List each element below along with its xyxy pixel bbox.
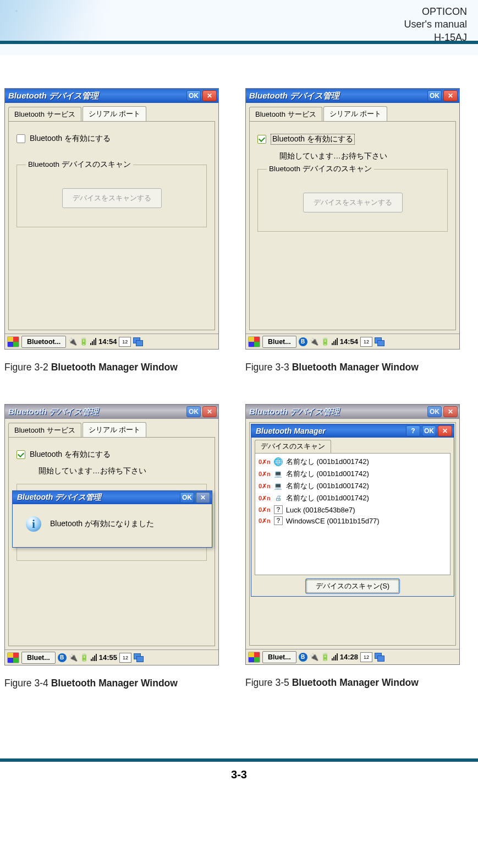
ok-button[interactable]: OK	[427, 90, 442, 101]
sip-button[interactable]: 12	[119, 653, 131, 663]
scan-again-label: デバイスのスキャン(S)	[316, 582, 389, 590]
titlebar-disabled: Bluetooth デバイス管理 OK ✕	[246, 405, 459, 419]
sip-button[interactable]: 12	[119, 337, 131, 347]
taskbar-app-button[interactable]: Bluetoot...	[21, 336, 66, 348]
scan-devices-button[interactable]: デバイスをスキャンする	[303, 193, 403, 212]
tray-network-icon: 🔌	[310, 337, 318, 346]
scan-results-list[interactable]: 0✗n🌐名前なし (001b1d001742)0✗n💻名前なし (001b1d0…	[255, 453, 450, 575]
caption-3-4: Figure 3-4 Bluetooth Manager Window	[4, 678, 219, 689]
close-icon[interactable]: ✕	[202, 406, 217, 417]
scan-again-button[interactable]: デバイスのスキャン(S)	[305, 578, 400, 594]
list-item[interactable]: 0✗n?Luck (0018c543b8e7)	[259, 504, 447, 515]
status-mark-icon: 0✗n	[259, 483, 271, 490]
figure-3-2: Bluetooth デバイス管理 OK ✕ Bluetooth サービス シリア…	[4, 88, 219, 373]
caption-3-2: Figure 3-2 Bluetooth Manager Window	[4, 362, 219, 373]
caption-prefix: Figure 3-5	[245, 677, 292, 688]
device-q-icon: ?	[274, 505, 283, 514]
inner-title: Bluetooth Manager	[256, 427, 326, 435]
tab-service[interactable]: Bluetooth サービス	[8, 107, 81, 122]
enable-bt-label: Bluetooth を有効にする	[30, 134, 111, 144]
device-globe-icon: 🌐	[274, 457, 283, 466]
titlebar[interactable]: Bluetooth デバイス管理 OK ✕	[246, 89, 459, 103]
caption-title: Bluetooth Manager Window	[51, 678, 178, 689]
tab-serial[interactable]: シリアル ポート	[323, 106, 388, 121]
window-title: Bluetooth デバイス管理	[8, 91, 98, 101]
tab-body: Bluetooth Manager ? OK ✕ デバイスのスキャン 0✗n🌐名…	[249, 422, 456, 646]
enable-bt-label: Bluetooth を有効にする	[271, 134, 355, 145]
close-icon[interactable]: ✕	[196, 492, 210, 503]
start-icon[interactable]	[248, 336, 260, 347]
taskbar: Bluetoot... 🔌 🔋 14:54 12	[5, 334, 218, 349]
ok-button[interactable]: OK	[186, 406, 201, 417]
caption-prefix: Figure 3-3	[245, 362, 292, 373]
start-icon[interactable]	[7, 336, 19, 347]
start-icon[interactable]	[248, 652, 260, 663]
help-button[interactable]: ?	[406, 425, 420, 436]
windows-switcher-icon[interactable]	[134, 653, 144, 662]
message-titlebar[interactable]: Bluetooth デバイス管理 OK ✕	[13, 491, 212, 504]
signal-icon	[332, 338, 338, 345]
status-mark-icon: 0✗n	[259, 458, 271, 466]
list-item[interactable]: 0✗n?WindowsCE (0011b1b15d77)	[259, 515, 447, 526]
device-q-icon: ?	[274, 516, 283, 525]
list-item[interactable]: 0✗n🖨名前なし (001b1d001742)	[259, 492, 447, 504]
checkbox-checked-icon[interactable]	[17, 450, 25, 459]
status-waiting: 開始しています…お待ち下さい	[279, 151, 448, 161]
taskbar-app-button[interactable]: Bluet...	[21, 652, 56, 664]
tab-service[interactable]: Bluetooth サービス	[249, 107, 322, 122]
signal-icon	[91, 654, 97, 661]
device-printer-icon: 🖨	[274, 494, 283, 503]
close-icon[interactable]: ✕	[443, 406, 458, 417]
figure-3-4: Bluetooth デバイス管理 OK ✕ Bluetooth サービス シリア…	[4, 404, 219, 689]
window-title: Bluetooth デバイス管理	[249, 407, 339, 417]
ok-button[interactable]: OK	[422, 425, 436, 436]
header-rule	[0, 41, 478, 44]
list-item[interactable]: 0✗n💻名前なし (001b1d001742)	[259, 480, 447, 492]
list-item[interactable]: 0✗n🌐名前なし (001b1d001742)	[259, 456, 447, 468]
ok-button[interactable]: OK	[180, 492, 194, 503]
ok-button[interactable]: OK	[427, 406, 442, 417]
message-dialog: Bluetooth デバイス管理 OK ✕ i Bluetooth が有効になり…	[12, 490, 212, 548]
taskbar-clock: 14:54	[98, 337, 117, 346]
close-icon[interactable]: ✕	[202, 90, 217, 101]
tabs: Bluetooth サービス シリアル ポート	[5, 103, 218, 121]
enable-bt-row[interactable]: Bluetooth を有効にする	[17, 450, 207, 460]
close-icon[interactable]: ✕	[438, 425, 452, 436]
tab-service[interactable]: Bluetooth サービス	[8, 423, 81, 438]
windows-switcher-icon[interactable]	[133, 337, 143, 346]
status-mark-icon: 0✗n	[259, 506, 271, 514]
scan-fieldset: Bluetooth デバイスのスキャン デバイスをスキャンする	[257, 169, 448, 232]
ok-button[interactable]: OK	[186, 90, 201, 101]
device-name: 名前なし (001b1d001742)	[286, 469, 369, 479]
start-icon[interactable]	[7, 652, 19, 663]
windows-switcher-icon[interactable]	[375, 337, 384, 346]
tab-serial[interactable]: シリアル ポート	[83, 422, 147, 437]
window-fig32: Bluetooth デバイス管理 OK ✕ Bluetooth サービス シリア…	[4, 88, 219, 350]
taskbar-app-button[interactable]: Bluet...	[262, 336, 296, 348]
list-item[interactable]: 0✗n💻名前なし (001b1d001742)	[259, 468, 447, 480]
header-text: OPTICON User's manual H-15AJ	[404, 6, 467, 44]
tab-serial[interactable]: シリアル ポート	[83, 106, 147, 121]
device-name: 名前なし (001b1d001742)	[286, 493, 369, 503]
sip-button[interactable]: 12	[360, 337, 372, 347]
scan-devices-button[interactable]: デバイスをスキャンする	[62, 188, 162, 208]
taskbar: Bluet... B 🔌 🔋 14:54 12	[246, 334, 459, 349]
device-pc-icon: 💻	[274, 482, 283, 490]
checkbox-checked-icon[interactable]	[257, 135, 266, 144]
sip-button[interactable]: 12	[360, 652, 372, 662]
windows-switcher-icon[interactable]	[375, 653, 384, 662]
titlebar[interactable]: Bluetooth デバイス管理 OK ✕	[5, 89, 218, 103]
bluetooth-manager-inner: Bluetooth Manager ? OK ✕ デバイスのスキャン 0✗n🌐名…	[251, 424, 454, 597]
window-fig34: Bluetooth デバイス管理 OK ✕ Bluetooth サービス シリア…	[4, 404, 219, 665]
signal-icon	[332, 653, 338, 660]
taskbar-app-button[interactable]: Bluet...	[262, 651, 296, 663]
device-name: Luck (0018c543b8e7)	[286, 506, 355, 514]
close-icon[interactable]: ✕	[443, 90, 458, 101]
checkbox-unchecked-icon[interactable]	[17, 134, 25, 143]
enable-bt-row[interactable]: Bluetooth を有効にする	[257, 134, 448, 145]
page-header: OPTICON User's manual H-15AJ	[0, 0, 478, 55]
inner-titlebar[interactable]: Bluetooth Manager ? OK ✕	[251, 424, 454, 438]
message-body: i Bluetooth が有効になりました	[13, 504, 212, 547]
enable-bt-row[interactable]: Bluetooth を有効にする	[17, 134, 207, 144]
tab-device-scan[interactable]: デバイスのスキャン	[255, 440, 331, 453]
